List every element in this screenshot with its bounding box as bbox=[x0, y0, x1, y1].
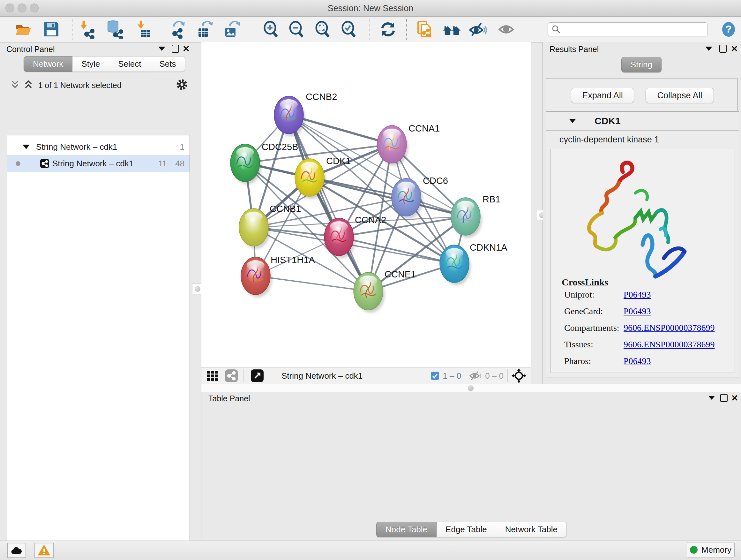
string-home-button[interactable] bbox=[443, 20, 461, 39]
help-icon: ? bbox=[721, 22, 736, 37]
tab-network-table[interactable]: Network Table bbox=[496, 522, 567, 537]
memory-button[interactable]: Memory bbox=[687, 542, 735, 557]
search-field[interactable] bbox=[548, 22, 708, 37]
toolbar-separator bbox=[72, 19, 72, 40]
tab-edge-table[interactable]: Edge Table bbox=[436, 522, 496, 537]
zoom-out-icon bbox=[287, 20, 306, 39]
node-ccnb2[interactable] bbox=[274, 96, 305, 136]
panel-float-icon[interactable] bbox=[172, 45, 179, 53]
table-panel: Table Panel ✕ bbox=[201, 392, 741, 540]
crosslink-row: Pharos:P06493 bbox=[564, 356, 730, 366]
open-session-button[interactable] bbox=[14, 20, 32, 39]
network-options-button[interactable] bbox=[176, 78, 188, 91]
network-edge-count: 48 bbox=[175, 159, 185, 169]
expand-all-button[interactable]: Expand All bbox=[571, 88, 634, 103]
collection-label: String Network – cdk1 bbox=[36, 142, 117, 152]
panel-menu-icon[interactable] bbox=[158, 47, 165, 51]
tab-select[interactable]: Select bbox=[109, 56, 150, 72]
node-rb1[interactable] bbox=[451, 198, 482, 238]
node-ccna2[interactable] bbox=[324, 218, 355, 258]
tab-node-table[interactable]: Node Table bbox=[376, 522, 436, 537]
refresh-button[interactable] bbox=[379, 20, 397, 39]
duplicate-network-button[interactable] bbox=[415, 20, 434, 39]
node-ccnb1[interactable] bbox=[239, 208, 270, 249]
collection-count: 1 bbox=[180, 142, 185, 152]
node-label: CDK1 bbox=[326, 156, 351, 166]
collapse-gene-icon[interactable] bbox=[569, 119, 576, 123]
network-share-icon[interactable] bbox=[225, 369, 238, 382]
crosslink-row: Uniprot:P06493 bbox=[564, 290, 730, 300]
toolbar-separator bbox=[164, 19, 164, 40]
node-ccne1[interactable] bbox=[354, 272, 385, 313]
crosslink-label: Compartments: bbox=[564, 323, 623, 333]
node-label: CDKN1A bbox=[470, 242, 508, 253]
network-canvas[interactable]: CCNB2CCNA1CDC25BCDK1CDC6RB1CCNB1CCNA2CDK… bbox=[201, 42, 531, 367]
node-cdk1[interactable] bbox=[295, 159, 326, 199]
detach-view-icon[interactable] bbox=[251, 369, 264, 382]
tab-network[interactable]: Network bbox=[23, 56, 72, 72]
node-ccna1[interactable] bbox=[377, 125, 408, 166]
gear-icon bbox=[176, 78, 188, 91]
tree-expander-icon[interactable] bbox=[23, 145, 30, 149]
results-panel-title: Results Panel bbox=[549, 45, 599, 54]
search-input[interactable] bbox=[561, 24, 699, 34]
import-network-from-database-button[interactable] bbox=[105, 20, 124, 39]
tab-string[interactable]: String bbox=[621, 57, 662, 72]
refresh-icon bbox=[379, 20, 397, 38]
database-icon bbox=[105, 20, 124, 39]
table-tabs: Node TableEdge TableNetwork Table bbox=[376, 522, 567, 537]
zoom-selected-button[interactable] bbox=[340, 20, 358, 39]
crosslink-link[interactable]: P06493 bbox=[623, 290, 651, 300]
houses-icon bbox=[443, 20, 461, 38]
panel-close-icon[interactable]: ✕ bbox=[183, 45, 190, 53]
birds-eye-grid-icon[interactable] bbox=[206, 369, 220, 382]
help-button[interactable]: ? bbox=[721, 22, 736, 37]
results-panel: Results Panel ✕ String Expand All Collap… bbox=[543, 42, 741, 384]
network-row-selected[interactable]: String Network – cdk1 11 48 bbox=[7, 155, 190, 172]
crosslink-link[interactable]: 9606.ENSP00000378699 bbox=[623, 339, 715, 349]
node-cdc6[interactable] bbox=[392, 179, 422, 219]
panel-menu-icon[interactable] bbox=[709, 396, 715, 400]
separator bbox=[465, 369, 465, 382]
export-image-button[interactable] bbox=[223, 20, 241, 39]
toolbar-separator bbox=[254, 19, 254, 40]
export-table-button[interactable] bbox=[196, 20, 214, 39]
export-image-icon bbox=[223, 20, 241, 39]
panel-close-icon[interactable]: ✕ bbox=[731, 394, 738, 402]
zoom-in-button[interactable] bbox=[262, 20, 280, 39]
fit-selected-crosshair-icon[interactable] bbox=[512, 368, 526, 383]
panel-menu-icon[interactable] bbox=[705, 47, 712, 51]
import-network-button[interactable] bbox=[77, 20, 96, 39]
warnings-button[interactable] bbox=[35, 543, 54, 558]
horizontal-splitter-handle[interactable] bbox=[468, 385, 474, 391]
gene-header[interactable]: CDK1 bbox=[546, 112, 739, 131]
export-network-button[interactable] bbox=[169, 20, 188, 39]
hide-unselected-button[interactable] bbox=[469, 20, 487, 39]
panel-close-icon[interactable]: ✕ bbox=[731, 45, 738, 53]
crosslink-link[interactable]: P06493 bbox=[623, 306, 651, 316]
show-all-button[interactable] bbox=[497, 20, 516, 39]
panel-float-icon[interactable] bbox=[720, 394, 728, 402]
control-panel-title: Control Panel bbox=[6, 45, 55, 54]
node-cdkn1a[interactable] bbox=[440, 245, 471, 285]
import-table-button[interactable] bbox=[133, 20, 152, 39]
selected-count: 1 – 0 bbox=[443, 371, 461, 381]
network-type-icon bbox=[40, 159, 49, 168]
export-table-icon bbox=[196, 20, 214, 39]
edge[interactable] bbox=[256, 276, 368, 291]
crosslink-link[interactable]: 9606.ENSP00000378699 bbox=[623, 323, 715, 333]
zoom-out-button[interactable] bbox=[287, 20, 306, 39]
crosslink-link[interactable]: P06493 bbox=[623, 356, 651, 366]
tab-sets[interactable]: Sets bbox=[150, 56, 185, 72]
tab-style[interactable]: Style bbox=[72, 56, 109, 72]
cloud-status-button[interactable] bbox=[7, 543, 26, 558]
node-hist1h1a[interactable] bbox=[241, 257, 272, 297]
network-collection-row[interactable]: String Network – cdk1 1 bbox=[7, 138, 190, 155]
selected-checkbox-icon[interactable] bbox=[430, 371, 440, 380]
zoom-fit-button[interactable] bbox=[313, 20, 332, 39]
zoom-in-icon bbox=[262, 20, 280, 39]
gene-description: cyclin-dependent kinase 1 bbox=[559, 135, 659, 145]
panel-float-icon[interactable] bbox=[719, 45, 727, 53]
save-session-button[interactable] bbox=[42, 20, 61, 39]
collapse-all-button[interactable]: Collapse All bbox=[646, 88, 714, 103]
